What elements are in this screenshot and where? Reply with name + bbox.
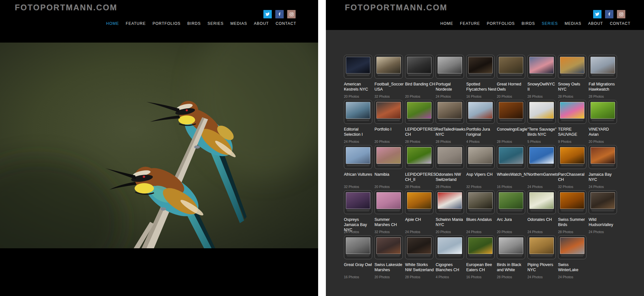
series-thumbnail-frame [405, 190, 433, 214]
nav-item-about[interactable]: ABOUT [254, 21, 269, 26]
nav-item-home[interactable]: HOME [440, 21, 453, 26]
series-thumbnail-frame [344, 235, 372, 259]
nav-item-contact[interactable]: CONTACT [610, 21, 630, 26]
series-card[interactable]: Portfolio I 20 Photos [374, 100, 403, 145]
series-card[interactable]: White Storks NW Switzerland 28 Photos [405, 235, 433, 281]
series-card[interactable]: Birds in Black and White 28 Photos [497, 235, 525, 281]
series-card[interactable]: Asp Vipers CH 32 Photos [466, 145, 495, 190]
twitter-icon[interactable] [263, 10, 272, 18]
series-title: Ajoie CH [405, 217, 436, 222]
series-card[interactable]: Swiss Lakeside Marshes 20 Photos [374, 235, 403, 281]
series-card[interactable]: LEPIDOPTERES-CH 28 Photos [405, 100, 433, 145]
series-card[interactable]: Blues Andalus 24 Photos [466, 190, 495, 235]
series-title: NorthernGannets [527, 172, 558, 177]
series-card[interactable]: Piping Plovers NYC 24 Photos [527, 235, 556, 281]
series-card[interactable]: Bird Banding CH 20 Photos [405, 55, 433, 100]
series-thumbnail-frame [497, 145, 525, 169]
nav-item-series[interactable]: SERIES [208, 21, 224, 26]
series-card[interactable]: Ajoie CH 24 Photos [405, 190, 433, 235]
series-thumbnail-frame [497, 100, 525, 124]
series-thumbnail [529, 102, 554, 119]
series-photo-count: 16 Photos [466, 94, 481, 98]
site-logo[interactable]: FOTOPORTMANN.COM [15, 3, 118, 12]
nav-item-feature[interactable]: FEATURE [126, 21, 146, 26]
stack-line [469, 75, 491, 76]
nav-item-birds[interactable]: BIRDS [187, 21, 201, 26]
series-card[interactable]: Swiss WinterLake 24 Photos [558, 235, 586, 281]
facebook-icon[interactable] [275, 10, 284, 18]
series-card[interactable]: NorthernGannets 24 Photos [527, 145, 556, 190]
series-card[interactable]: ParcChasseral CH 32 Photos [558, 145, 586, 190]
stack-line [561, 121, 583, 121]
series-card[interactable]: Editorial Selection I 24 Photos [344, 100, 372, 145]
nav-item-about[interactable]: ABOUT [588, 21, 603, 26]
twitter-icon[interactable] [593, 10, 601, 18]
series-thumbnail-frame [466, 55, 495, 79]
series-card[interactable]: LEPIDOPTERES-CH_II 28 Photos [405, 145, 433, 190]
series-card[interactable]: Odonates NW Switzerland 28 Photos [436, 145, 464, 190]
series-card[interactable]: Namibia 20 Photos [374, 145, 403, 190]
series-title: ConowingoEagle [497, 127, 527, 132]
series-card[interactable]: Ospreys Jamaica Bay NYC 24 Photos [344, 190, 372, 235]
nav-item-portfolios[interactable]: PORTFOLIOS [487, 21, 515, 26]
nav-item-medias[interactable]: MEDIAS [565, 21, 582, 26]
series-card[interactable]: "Terre Sauvage" Birds NYC 5 Photos [527, 100, 556, 145]
series-card[interactable]: Jamaica Bay NYC 24 Photos [589, 145, 617, 190]
nav-item-series[interactable]: SERIES [542, 21, 558, 26]
site-logo[interactable]: FOTOPORTMANN.COM [345, 3, 448, 12]
series-card[interactable]: Arc Jura 20 Photos [497, 190, 525, 235]
nav-item-birds[interactable]: BIRDS [522, 21, 535, 26]
series-card[interactable]: Football_Soccer USA 32 Photos [374, 55, 403, 100]
series-thumbnail-frame [436, 235, 464, 259]
stack-line [500, 121, 522, 121]
series-card[interactable]: Wild HudsonValley 24 Photos [589, 190, 617, 235]
instagram-icon[interactable] [287, 10, 296, 18]
series-thumbnail-frame [497, 55, 525, 79]
series-card[interactable]: Portugal Nordeste 24 Photos [436, 55, 464, 100]
series-card[interactable]: SnowyOwlNYC II 28 Photos [527, 55, 556, 100]
stack-line [531, 75, 553, 76]
series-thumbnail-frame [527, 145, 556, 169]
facebook-icon[interactable] [605, 10, 613, 18]
series-card[interactable]: VINEYARD Avian 20 Photos [589, 100, 617, 145]
series-card[interactable]: Portfolio Jura l'original 4 Photos [466, 100, 495, 145]
stack-line [346, 120, 370, 120]
nav-item-medias[interactable]: MEDIAS [231, 21, 247, 26]
series-photo-count: 32 Photos [344, 185, 359, 189]
stack-line [408, 165, 431, 165]
stack-line [500, 211, 522, 211]
series-card[interactable]: Cigognes Blanches CH 4 Photos [436, 235, 464, 281]
series-card[interactable]: RedTailedHawks NYC 28 Photos [436, 100, 464, 145]
series-title: Editorial Selection I [344, 127, 374, 137]
series-thumbnail-frame [374, 145, 403, 169]
series-card[interactable]: Great Horned Owls 20 Photos [497, 55, 525, 100]
series-card[interactable]: ConowingoEagle 28 Photos [497, 100, 525, 145]
series-thumbnail [560, 57, 584, 74]
series-card[interactable]: Odonates CH 24 Photos [527, 190, 556, 235]
nav-item-portfolios[interactable]: PORTFOLIOS [153, 21, 181, 26]
series-card[interactable]: European Bee Eaters CH 16 Photos [466, 235, 495, 281]
series-card[interactable]: African Vultures 32 Photos [344, 145, 372, 190]
series-card[interactable]: Snowy Owls NYC 28 Photos [558, 55, 586, 100]
instagram-icon[interactable] [617, 10, 625, 18]
stack-line [592, 211, 614, 211]
series-card[interactable]: Swiss Summer Birds 28 Photos [558, 190, 586, 235]
series-thumbnail-frame [466, 145, 495, 169]
stack-line [346, 210, 370, 210]
series-photo-count: 20 Photos [344, 94, 359, 98]
series-card[interactable]: Great Gray Owl 16 Photos [344, 235, 372, 281]
stack-line [499, 210, 523, 210]
nav-item-contact[interactable]: CONTACT [276, 21, 296, 26]
series-card[interactable]: TERRE SAUVAGE 9 Photos [558, 100, 586, 145]
series-card[interactable]: Schwinn Mania NYC 20 Photos [436, 190, 464, 235]
stack-line [499, 255, 523, 255]
series-card[interactable]: Spotted Flycatchers Nest 16 Photos [466, 55, 495, 100]
series-card[interactable]: American Kestrels NYC 20 Photos [344, 55, 372, 100]
series-photo-count: 20 Photos [374, 185, 390, 189]
series-card[interactable]: WhalesWatch_NYC 16 Photos [497, 145, 525, 190]
nav-item-home[interactable]: HOME [106, 21, 119, 26]
series-thumbnail [407, 237, 431, 254]
nav-item-feature[interactable]: FEATURE [460, 21, 480, 26]
series-card[interactable]: Summer Marshes CH 32 Photos [374, 190, 403, 235]
series-card[interactable]: Fall Migrations Hawkwatch 28 Photos [589, 55, 617, 100]
